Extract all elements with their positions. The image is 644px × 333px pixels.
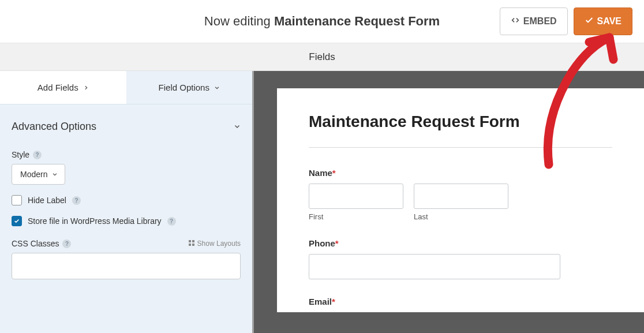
first-name-input[interactable] — [309, 184, 403, 209]
style-label: Style ? — [12, 150, 241, 159]
css-classes-label: CSS Classes ? — [12, 239, 71, 248]
tab-label: Field Options — [159, 83, 209, 92]
check-icon — [585, 16, 594, 27]
sidebar: Add Fields Field Options Advanced Option… — [0, 71, 254, 333]
save-button[interactable]: SAVE — [574, 8, 632, 35]
help-icon[interactable]: ? — [33, 151, 42, 159]
style-select[interactable]: Modern — [12, 164, 65, 185]
svg-rect-1 — [192, 240, 194, 242]
embed-button[interactable]: EMBED — [500, 8, 568, 35]
help-icon[interactable]: ? — [72, 196, 81, 205]
style-value: Modern — [20, 170, 47, 179]
tab-add-fields[interactable]: Add Fields — [0, 71, 126, 104]
svg-rect-3 — [192, 244, 194, 246]
chevron-down-icon — [52, 170, 58, 179]
advanced-options-toggle[interactable]: Advanced Options — [0, 104, 252, 145]
save-label: SAVE — [597, 16, 621, 27]
fields-header-label: Fields — [309, 51, 335, 63]
topbar-actions: EMBED SAVE — [500, 8, 632, 35]
chevron-down-icon — [234, 121, 241, 133]
fields-header: Fields — [0, 43, 644, 71]
tab-field-options[interactable]: Field Options — [126, 71, 253, 104]
sidebar-tabs: Add Fields Field Options — [0, 71, 252, 104]
editor-topbar: Now editing Maintenance Request Form EMB… — [0, 0, 644, 43]
last-name-input[interactable] — [414, 184, 508, 209]
divider — [309, 147, 612, 148]
chevron-right-icon — [83, 83, 89, 92]
show-layouts-label: Show Layouts — [197, 240, 241, 248]
hide-label-text: Hide Label — [28, 196, 66, 205]
email-label: Email* — [309, 297, 612, 306]
help-icon[interactable]: ? — [62, 240, 71, 248]
last-sublabel: Last — [414, 212, 508, 221]
editing-prefix: Now editing — [204, 14, 274, 28]
phone-input[interactable] — [309, 254, 560, 279]
hide-label-checkbox[interactable] — [12, 195, 22, 205]
store-file-text: Store file in WordPress Media Library — [28, 216, 162, 226]
form-card: Maintenance Request Form Name* First Las… — [277, 88, 644, 312]
embed-label: EMBED — [523, 16, 557, 27]
chevron-down-icon — [214, 83, 220, 92]
form-preview: Maintenance Request Form Name* First Las… — [254, 71, 644, 333]
help-icon[interactable]: ? — [167, 217, 176, 226]
show-layouts-button[interactable]: Show Layouts — [188, 240, 241, 248]
first-sublabel: First — [309, 212, 403, 221]
svg-rect-0 — [189, 240, 191, 242]
phone-label: Phone* — [309, 238, 612, 248]
grid-icon — [188, 240, 195, 248]
code-icon — [511, 16, 520, 27]
css-classes-input[interactable] — [12, 253, 241, 279]
name-label: Name* — [309, 168, 612, 178]
store-file-checkbox[interactable] — [12, 216, 22, 226]
form-name-text: Maintenance Request Form — [274, 14, 440, 28]
form-title: Maintenance Request Form — [309, 113, 612, 131]
svg-rect-2 — [189, 244, 191, 246]
tab-label: Add Fields — [38, 83, 78, 92]
advanced-options-label: Advanced Options — [12, 121, 96, 133]
